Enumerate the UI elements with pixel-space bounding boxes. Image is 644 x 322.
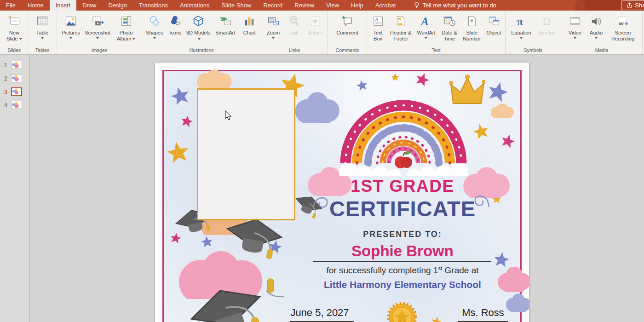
certificate-title-line2[interactable]: CERTIFICATE	[288, 196, 518, 221]
subtitle-superscript: st	[438, 265, 442, 271]
share-label: Share	[635, 2, 644, 9]
photo-placeholder[interactable]	[197, 88, 295, 220]
ribbon-button-wordart[interactable]: A WordArt	[414, 12, 438, 39]
ribbon-button-label: Object	[487, 30, 501, 35]
tab-view[interactable]: View	[320, 0, 345, 11]
student-name-text[interactable]: Sophie Brown	[288, 242, 518, 260]
cloud-decoration	[294, 89, 340, 123]
group-label-illustrations: Illustrations	[144, 46, 259, 53]
ribbon-button-label: Slide Number	[463, 30, 481, 41]
slide-thumbnail-2[interactable]: 2	[0, 74, 29, 82]
ribbon-button-icons[interactable]: Icons	[167, 12, 185, 36]
tab-insert[interactable]: Insert	[50, 0, 77, 11]
ribbon-button-comment[interactable]: Comment	[331, 12, 364, 36]
slide-number-label: 3	[3, 88, 7, 95]
ribbon-button-chart[interactable]: Chart	[239, 12, 259, 36]
ribbon-button-zoom[interactable]: Zoom	[263, 12, 284, 39]
tab-home[interactable]: Home	[22, 0, 50, 11]
tab-slide-show[interactable]: Slide Show	[215, 0, 257, 11]
group-slides: New Slide Slides	[1, 11, 28, 54]
certificate-title-line1[interactable]: 1ST GRADE	[288, 177, 518, 196]
tassel-illustration	[264, 278, 285, 305]
ribbon-button-header-footer[interactable]: Header & Footer	[388, 12, 413, 42]
ribbon-button-photo-album[interactable]: Photo Album	[112, 12, 140, 42]
ribbon: New Slide Slides Table Tables Pictures	[0, 11, 644, 55]
ribbon-button-shapes[interactable]: Shapes	[144, 12, 166, 39]
ribbon-button-video[interactable]: Video	[565, 12, 585, 39]
ribbon-button-text-box[interactable]: A Text Box	[368, 12, 387, 42]
svg-text:Ω: Ω	[543, 16, 550, 27]
medal-illustration	[383, 298, 421, 322]
cloud-decoration	[490, 103, 515, 118]
group-text: A Text Box Header & Footer A WordArt	[367, 11, 506, 54]
ribbon-button-object[interactable]: Object	[484, 12, 504, 36]
tab-design[interactable]: Design	[103, 0, 133, 11]
ribbon-button-audio[interactable]: Audio	[586, 12, 606, 39]
link-icon	[287, 14, 301, 29]
ribbon-button-smartart[interactable]: SmartArt	[212, 12, 239, 36]
tab-file[interactable]: File	[0, 0, 22, 11]
share-button[interactable]: Share	[621, 0, 644, 10]
slide-thumbnail-panel: 1 2 3 4	[0, 55, 30, 322]
tell-me-label: Tell me what you want to do	[423, 2, 496, 9]
date-time-icon	[443, 14, 456, 29]
ribbon-button-pictures[interactable]: Pictures	[59, 12, 83, 39]
slide-thumbnail-4[interactable]: 4	[0, 101, 29, 109]
svg-text:#: #	[470, 18, 473, 24]
pictures-icon	[64, 14, 78, 29]
chevron-down-icon	[425, 37, 427, 39]
text-box-icon: A	[372, 14, 385, 29]
slide-thumbnail-image[interactable]	[11, 87, 22, 96]
object-icon	[487, 14, 501, 29]
header-footer-icon	[395, 14, 407, 29]
group-label-symbols: Symbols	[507, 46, 559, 53]
screenshot-icon	[91, 14, 104, 29]
chevron-down-icon	[132, 38, 135, 40]
chevron-down-icon	[272, 37, 275, 39]
presented-to-label[interactable]: PRESENTED TO:	[310, 230, 494, 239]
ribbon-button-label: Comment	[336, 30, 358, 35]
tab-review[interactable]: Review	[288, 0, 320, 11]
ribbon-button-label: Table	[36, 30, 48, 35]
date-text[interactable]: June 5, 2027	[274, 307, 366, 319]
school-name-text[interactable]: Little Harmony Elementary School	[288, 279, 518, 290]
teacher-name-text[interactable]: Ms. Ross	[446, 307, 520, 319]
ribbon-button-equation[interactable]: π Equation	[508, 12, 535, 39]
slide-thumbnail-3[interactable]: 3	[0, 87, 29, 96]
tab-animations[interactable]: Animations	[174, 0, 215, 11]
ribbon-button-label: New Slide	[6, 30, 19, 41]
slide-thumbnail-1[interactable]: 1	[0, 61, 29, 69]
ribbon-button-date-time[interactable]: Date & Time	[439, 12, 460, 42]
graduation-cap-illustration	[222, 214, 285, 264]
ribbon-button-label: WordArt	[417, 30, 435, 35]
chevron-down-icon	[19, 38, 22, 40]
ribbon-button-screen-recording[interactable]: Screen Recording	[607, 12, 638, 42]
group-comments: Comment Comments	[328, 11, 367, 54]
name-underline	[313, 261, 491, 262]
ribbon-button-new-slide[interactable]: New Slide	[3, 12, 25, 42]
group-images: Pictures Screenshot Photo Album Images	[57, 11, 142, 54]
ribbon-button-symbol: Ω Symbol	[535, 12, 558, 36]
audio-icon	[589, 14, 603, 29]
tab-transitions[interactable]: Transitions	[133, 0, 174, 11]
slide-thumbnail-image[interactable]	[11, 101, 22, 109]
tab-draw[interactable]: Draw	[76, 0, 102, 11]
slide-thumbnail-image[interactable]	[11, 61, 22, 69]
tab-record[interactable]: Record	[257, 0, 288, 11]
tell-me-box[interactable]: Tell me what you want to do	[414, 0, 496, 11]
ribbon-button-table[interactable]: Table	[31, 12, 54, 39]
slide-canvas[interactable]: 1ST GRADE CERTIFICATE PRESENTED TO: Soph…	[155, 63, 529, 322]
ribbon-button-label: Action	[308, 30, 322, 35]
subtitle-text[interactable]: for successfully completing 1st Grade at	[288, 265, 518, 276]
ribbon-button-action: Action	[304, 12, 326, 36]
svg-text:π: π	[517, 15, 523, 28]
tab-help[interactable]: Help	[345, 0, 369, 11]
slide-thumbnail-image[interactable]	[11, 74, 22, 82]
ribbon-button-slide-number[interactable]: # Slide Number	[460, 12, 483, 42]
mouse-cursor	[225, 110, 232, 121]
tab-acrobat[interactable]: Acrobat	[369, 0, 402, 11]
svg-text:A: A	[420, 15, 429, 28]
ribbon-button-screenshot[interactable]: Screenshot	[84, 12, 111, 39]
ribbon-button-3d-models[interactable]: 3D Models	[185, 12, 211, 42]
wordart-icon: A	[420, 14, 432, 29]
